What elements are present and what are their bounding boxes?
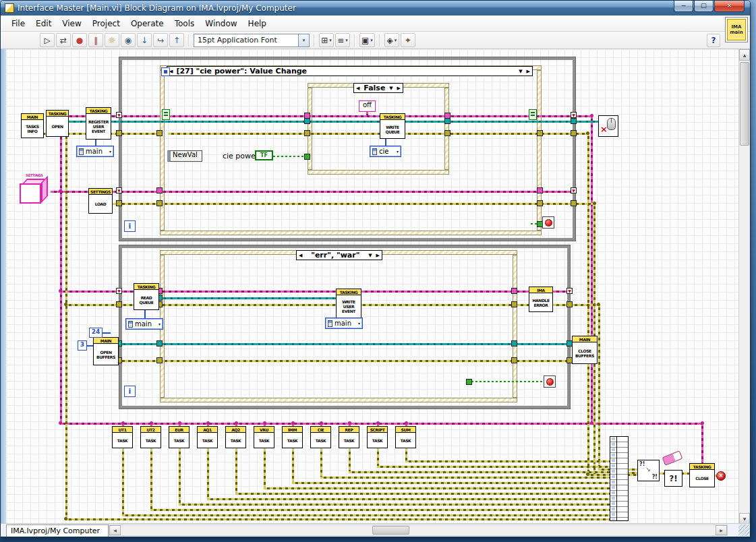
case-structure-err-border-bottom[interactable] (160, 398, 517, 402)
wire-olive[interactable] (598, 304, 600, 470)
case-err-selector-next-icon[interactable]: ▶ (374, 253, 382, 258)
resize-grip[interactable] (738, 524, 750, 536)
tunnel[interactable] (444, 118, 450, 124)
main-enum-2[interactable]: main▾ (125, 318, 163, 330)
main-enum-1[interactable]: main▾ (76, 146, 114, 157)
task-node-imm[interactable]: IMMTASK (282, 426, 303, 448)
event-dynamic-terminal-right[interactable] (529, 109, 537, 120)
wire-olive[interactable] (122, 514, 610, 516)
tunnel[interactable] (511, 301, 517, 307)
abort-button[interactable]: ● (72, 33, 87, 47)
iteration-terminal-1[interactable]: i (124, 220, 136, 232)
wire-blue[interactable] (86, 345, 93, 347)
wire-olive[interactable] (349, 448, 351, 471)
wire-pink[interactable] (169, 115, 380, 117)
tunnel[interactable] (537, 187, 543, 193)
retain-wire-values-button[interactable]: ◉ (121, 33, 136, 47)
clean-up-diagram-button[interactable]: ✦ (401, 33, 415, 47)
horizontal-scrollbar[interactable]: ◀ ▶ (109, 524, 728, 536)
menu-view[interactable]: View (57, 17, 86, 30)
tunnel[interactable] (156, 340, 163, 347)
task-node-script[interactable]: SCRIPTTASK (367, 426, 388, 448)
titlebar[interactable]: Interface Master [Main.vi] Block Diagram… (1, 1, 750, 16)
reorder-dropdown[interactable]: ◈▾ (384, 33, 399, 47)
settings-file-icon[interactable]: SETTINGS (18, 173, 51, 208)
main-open-buffers-vi[interactable]: MAINOPENBUFFERS (93, 337, 119, 365)
wire-olive[interactable] (377, 466, 610, 468)
tunnel[interactable] (156, 130, 163, 136)
highlight-execution-button[interactable]: ☼ (105, 33, 119, 47)
wire-olive[interactable] (122, 448, 124, 514)
tasking-open-vi[interactable]: TASKINGOPEN (46, 110, 69, 137)
wire-olive[interactable] (65, 518, 610, 520)
task-node-ut1[interactable]: UT1TASK (112, 426, 133, 448)
event-dynamic-terminal-left[interactable] (162, 109, 170, 120)
tunnel[interactable] (566, 301, 573, 307)
wire-olive[interactable] (553, 304, 600, 306)
enum-dropdown-icon[interactable]: ▾ (109, 149, 111, 154)
wire-olive[interactable] (264, 448, 266, 487)
vertical-scroll-thumb[interactable] (740, 62, 749, 146)
task-node-cie[interactable]: CIETASK (310, 426, 331, 448)
error-out-indicator[interactable]: × (716, 471, 726, 481)
wire-blue[interactable] (385, 139, 386, 146)
wire-pink[interactable] (60, 423, 703, 425)
wire-pink[interactable] (701, 423, 703, 464)
tunnel[interactable]: ▼ (116, 288, 122, 294)
wire-olive[interactable] (320, 477, 610, 479)
simple-error-handler-node[interactable]: ?! (664, 470, 682, 487)
no-mouse-events-icon[interactable]: × (598, 115, 618, 137)
minimize-button[interactable]: − (674, 1, 693, 12)
tunnel[interactable] (571, 130, 577, 136)
wire-olive[interactable] (264, 487, 610, 489)
cie-enum[interactable]: cie▾ (370, 146, 401, 157)
tf-boolean-terminal[interactable]: TF (255, 150, 273, 160)
tunnel[interactable] (511, 288, 517, 294)
wire-teal[interactable] (159, 297, 336, 299)
horizontal-scroll-thumb[interactable] (372, 526, 409, 535)
wire-blue[interactable] (102, 332, 111, 334)
wire-teal[interactable] (69, 121, 598, 123)
main-enum-3[interactable]: main▾ (325, 318, 363, 329)
enum-dropdown-icon[interactable]: ▾ (397, 149, 399, 154)
tunnel[interactable] (466, 379, 472, 385)
wire-pink[interactable] (60, 115, 62, 424)
clear-errors-eraser-icon[interactable] (662, 450, 683, 466)
case-structure-false-border-right[interactable] (444, 88, 449, 170)
case-err-selector-dropdown-icon[interactable]: ▼ (366, 253, 374, 258)
wire-olive[interactable] (65, 304, 134, 306)
wire-olive[interactable] (292, 482, 610, 484)
tunnel[interactable] (537, 200, 543, 206)
wire-olive[interactable] (179, 504, 610, 506)
numeric-constant-3[interactable]: 3 (78, 340, 87, 351)
tunnel[interactable] (571, 118, 577, 124)
tunnel[interactable] (304, 118, 310, 124)
off-string-constant[interactable]: off (359, 100, 376, 112)
task-node-aq2[interactable]: AQ2TASK (225, 426, 246, 448)
wire-olive[interactable] (292, 448, 294, 482)
close-button[interactable]: × (714, 1, 745, 12)
event-selector[interactable]: ◀[27] "cie power": Value Change▼▶ (167, 66, 533, 76)
menu-window[interactable]: Window (200, 17, 242, 30)
wire-pink[interactable] (405, 115, 593, 117)
step-out-button[interactable]: ↑ (169, 33, 184, 47)
wire-olive[interactable] (349, 471, 610, 473)
wire-olive[interactable] (629, 472, 637, 474)
wire-olive[interactable] (179, 448, 181, 504)
wire-green[interactable] (471, 381, 546, 382)
tunnel[interactable] (156, 200, 163, 206)
vi-icon-pane[interactable]: IMA main (725, 17, 748, 42)
scroll-left-button[interactable]: ◀ (109, 525, 121, 535)
merge-errors-node[interactable]: ?!↘?! (637, 460, 660, 481)
loop-condition-terminal-1[interactable] (542, 216, 554, 229)
wire-olive[interactable] (207, 498, 610, 500)
menu-file[interactable]: File (6, 17, 30, 30)
main-tasks-info-vi[interactable]: MAINTASKSINFO (21, 113, 44, 138)
tunnel[interactable] (116, 130, 122, 136)
tunnel[interactable]: ▼ (116, 112, 122, 118)
tunnel[interactable]: ▼ (116, 187, 122, 193)
task-node-vru[interactable]: VRUTASK (254, 426, 274, 448)
case-structure-false-border-bottom[interactable] (308, 170, 449, 175)
wire-olive[interactable] (207, 448, 209, 498)
wire-blue[interactable] (144, 310, 146, 318)
